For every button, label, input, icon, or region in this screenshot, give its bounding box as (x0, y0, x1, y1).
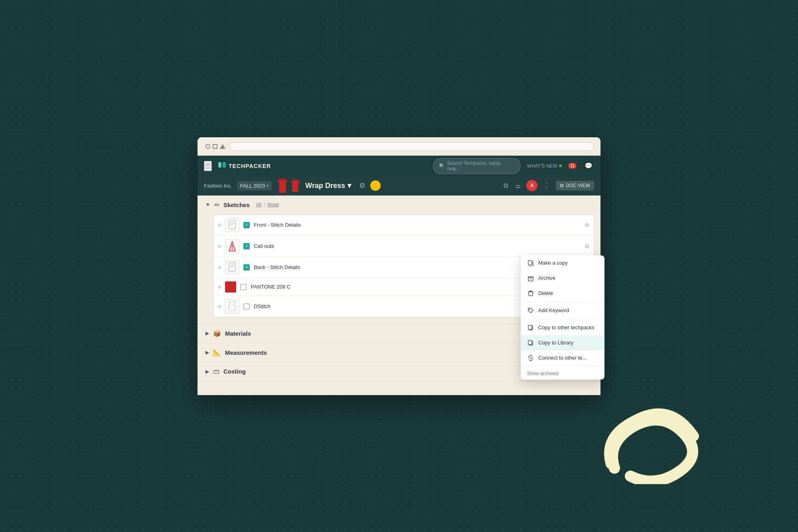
svg-marker-2 (290, 179, 300, 192)
svg-rect-4 (229, 220, 235, 229)
chevron-down-icon: ▾ (267, 184, 269, 188)
settings-gear-button[interactable]: ⚙ (359, 181, 365, 190)
product-name-button[interactable]: Wrap Dress ▾ (305, 181, 351, 190)
circle-shape (205, 144, 210, 149)
triangle-shape (220, 144, 225, 149)
decorative-swirl (591, 396, 702, 484)
measurements-ruler-icon: 📐 (213, 349, 221, 356)
sketches-pencil-icon: ✏ (214, 201, 219, 209)
copy-library-label: Copy to Library (538, 340, 573, 346)
all-link[interactable]: All (256, 202, 261, 208)
square-shape (213, 144, 217, 149)
menu-divider-bottom (521, 366, 604, 367)
filter-button[interactable]: ⚌ (514, 180, 522, 191)
doc-view-button[interactable]: ⊞ DOC VIEW (556, 181, 594, 190)
logo-area: TECHPACKER (218, 162, 271, 170)
row-settings-button[interactable]: ⚙ (585, 243, 590, 249)
context-menu: Make a copy Archive Delete (521, 255, 604, 380)
make-copy-label: Make a copy (538, 260, 568, 266)
notification-badge[interactable]: 11 (568, 163, 577, 169)
copy-library-icon (527, 339, 534, 346)
copy-techpacks-menu-item[interactable]: Copy to other techpacks (521, 320, 604, 335)
sketches-title: Sketches (223, 202, 250, 208)
connect-other-label: Connect to other te... (538, 355, 587, 361)
company-name: Fashion Inc. (204, 183, 232, 189)
svg-point-26 (529, 309, 530, 310)
delete-menu-item[interactable]: Delete (521, 286, 604, 301)
checkbox-area[interactable]: ✓ (243, 222, 250, 228)
hamburger-button[interactable]: ☰ (204, 161, 212, 171)
checkbox-area[interactable]: ✓ (243, 243, 250, 249)
costing-title: Costing (223, 368, 246, 375)
svg-marker-3 (293, 179, 298, 181)
checkbox-unchecked-icon (243, 303, 250, 310)
drag-handle-icon[interactable]: ≡ (218, 222, 221, 228)
sketches-section-header[interactable]: ▼ ✏ Sketches All | None (198, 196, 600, 214)
drag-handle-icon[interactable]: ≡ (218, 264, 221, 271)
add-keyword-menu-item[interactable]: Add Keyword (521, 303, 604, 318)
subheader-right-controls: ⧉ ⚌ A ⋮ ⊞ DOC VIEW (502, 180, 594, 191)
materials-chevron-icon: ▶ (205, 330, 209, 336)
archive-label: Archive (538, 275, 555, 281)
svg-rect-19 (528, 261, 532, 265)
search-bar[interactable]: 🔍 Search Techpacks, cards, help... (433, 158, 521, 174)
none-link[interactable]: None (267, 202, 279, 208)
sketches-chevron-icon: ▼ (205, 202, 210, 208)
link-icon (527, 354, 534, 362)
connect-other-menu-item[interactable]: Connect to other te... (521, 350, 604, 366)
link-separator: | (264, 202, 265, 208)
menu-divider (521, 302, 604, 302)
copy-icon (527, 259, 534, 267)
product-name-text: Wrap Dress (305, 182, 345, 190)
search-icon: 🔍 (439, 163, 445, 169)
tag-icon (527, 307, 534, 314)
copy-library-menu-item[interactable]: Copy to Library (521, 335, 604, 350)
table-row: ≡ ✓ Call outs ⚙ (214, 236, 594, 257)
checkbox-area[interactable] (240, 284, 247, 290)
user-status-indicator (370, 180, 381, 191)
copy-icon-button[interactable]: ⧉ (502, 180, 510, 191)
sketch-thumbnail (225, 299, 239, 314)
drag-handle-icon[interactable]: ≡ (218, 284, 221, 290)
sketch-thumbnail (225, 239, 239, 253)
collection-dropdown[interactable]: FALL 2023 ▾ (237, 181, 272, 190)
svg-point-10 (232, 248, 233, 249)
show-archived-label: Show archived (527, 371, 559, 376)
whats-new-button[interactable]: WHAT'S NEW (527, 163, 562, 169)
menu-divider (521, 319, 604, 319)
browser-window: ☰ TECHPACKER 🔍 Search Techpacks, cards, … (198, 137, 600, 395)
copy-techpacks-label: Copy to other techpacks (538, 324, 594, 330)
svg-rect-15 (229, 302, 235, 310)
materials-title: Materials (225, 330, 251, 337)
user-avatar: A (526, 180, 537, 191)
checkbox-area[interactable] (243, 303, 250, 310)
live-indicator (559, 164, 562, 167)
copy-stack-icon (527, 324, 534, 331)
chat-button[interactable]: 💬 (583, 160, 594, 171)
make-copy-menu-item[interactable]: Make a copy (521, 255, 604, 271)
sketch-thumbnail (225, 218, 239, 232)
archive-menu-item[interactable]: Archive (521, 271, 604, 286)
row-settings-button[interactable]: ⚙ (585, 222, 590, 228)
svg-rect-30 (528, 340, 532, 344)
whats-new-label: WHAT'S NEW (527, 163, 557, 169)
checkbox-checked-icon: ✓ (243, 222, 250, 228)
table-row: ≡ ✓ Front - Stitch Details ⚙ (214, 215, 594, 236)
sketch-thumbnail (225, 260, 239, 275)
measurements-chevron-icon: ▶ (205, 350, 209, 355)
product-thumbnail (277, 178, 300, 193)
delete-label: Delete (538, 290, 553, 296)
sub-header: Fashion Inc. FALL 2023 ▾ Wrap Dress ▾ ⚙ … (198, 176, 600, 196)
trash-icon (527, 290, 534, 297)
show-archived-item[interactable]: Show archived (521, 368, 604, 380)
address-bar[interactable] (229, 142, 594, 151)
drag-handle-icon[interactable]: ≡ (218, 303, 221, 310)
three-dots-menu-button[interactable]: ⋮ (541, 180, 552, 191)
drag-handle-icon[interactable]: ≡ (218, 243, 221, 249)
layers-icon: ⊞ (560, 183, 564, 188)
checkbox-area[interactable]: ✓ (243, 264, 250, 271)
sketches-links: All | None (256, 202, 279, 208)
add-keyword-label: Add Keyword (538, 307, 569, 313)
logo-text: TECHPACKER (229, 163, 271, 169)
materials-box-icon: 📦 (213, 330, 221, 337)
